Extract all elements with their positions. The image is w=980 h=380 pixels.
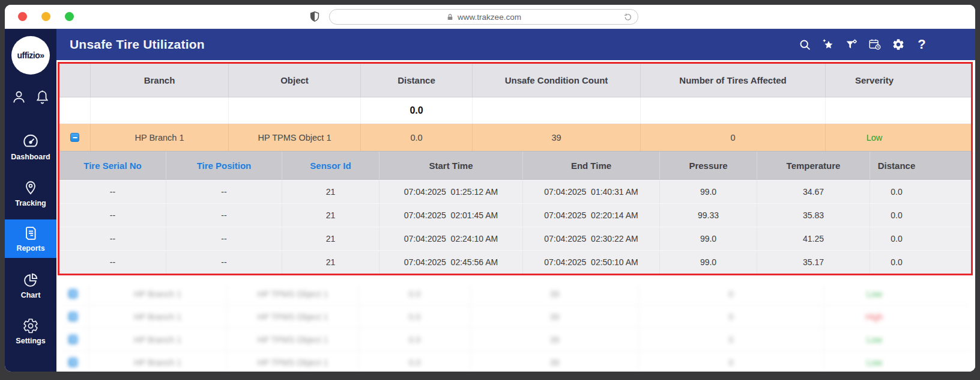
sidebar-item-label: Chart: [21, 291, 41, 299]
table-row: HP Branch 1 HP TPMS Object 1 0.0 39 0 Hi…: [58, 305, 973, 328]
column-header-severity[interactable]: Serverity: [826, 64, 971, 97]
favorites-star-icon[interactable]: [821, 38, 835, 51]
summary-distance: 0.0: [361, 97, 473, 123]
group-tires-affected: 0: [641, 124, 826, 151]
group-unsafe-count: 39: [473, 124, 641, 151]
column-header-unsafe-count[interactable]: Unsafe Condition Count: [473, 64, 641, 97]
unsafe-tire-report-table: Branch Object Distance Unsafe Condition …: [58, 62, 973, 275]
detail-table-header: Tire Serial No Tire Position Sensor Id S…: [59, 151, 971, 180]
detail-row: -- -- 21 07:04:2025 02:45:56 AM 07:04:20…: [59, 250, 971, 274]
column-header-start-time[interactable]: Start Time: [380, 152, 523, 179]
column-header-pressure[interactable]: Pressure: [660, 152, 757, 179]
column-header-detail-distance[interactable]: Distance: [870, 152, 971, 179]
close-button[interactable]: [18, 12, 27, 21]
sidebar-item-settings[interactable]: Settings: [5, 312, 56, 351]
search-icon[interactable]: [798, 38, 811, 51]
column-header-distance[interactable]: Distance: [361, 64, 473, 97]
group-severity: Low: [826, 124, 971, 151]
sidebar-item-dashboard[interactable]: Dashboard: [5, 127, 56, 167]
table-row: HP Branch 1 HP TPMS Object 1 0.0 39 0 Lo…: [58, 283, 973, 305]
summary-row: 0.0: [59, 97, 971, 124]
app-logo[interactable]: uffizio»: [11, 36, 50, 75]
column-header-tire-position[interactable]: Tire Position: [166, 152, 282, 179]
sidebar: uffizio»: [5, 29, 56, 372]
expand-column-header: [59, 64, 91, 97]
sidebar-item-label: Reports: [16, 244, 44, 253]
sidebar-item-label: Settings: [16, 337, 45, 345]
report-content: Branch Object Distance Unsafe Condition …: [56, 60, 975, 372]
address-bar[interactable]: www.trakzee.com: [329, 9, 638, 25]
column-header-branch[interactable]: Branch: [91, 64, 229, 97]
collapse-row-button[interactable]: [70, 133, 79, 142]
column-header-tires-affected[interactable]: Number of Tires Affected: [641, 64, 826, 97]
filter-settings-icon[interactable]: [845, 38, 858, 51]
detail-row: -- -- 21 07:04:2025 02:01:45 AM 07:04:20…: [59, 203, 971, 227]
sidebar-item-chart[interactable]: Chart: [5, 266, 56, 305]
sidebar-item-label: Tracking: [15, 199, 46, 207]
page-topbar: Unsafe Tire Utilization: [56, 29, 975, 60]
user-icon[interactable]: [11, 89, 27, 105]
expand-row-button[interactable]: [68, 335, 77, 344]
chart-pie-icon: [22, 272, 39, 289]
sidebar-item-tracking[interactable]: Tracking: [5, 174, 56, 213]
page-title: Unsafe Tire Utilization: [70, 37, 205, 52]
reports-document-icon: [22, 225, 39, 242]
report-table-header: Branch Object Distance Unsafe Condition …: [59, 64, 971, 97]
dashboard-gauge-icon: [22, 132, 40, 150]
group-object: HP TPMS Object 1: [229, 124, 361, 151]
expand-row-button[interactable]: [68, 312, 77, 321]
zoom-button[interactable]: [65, 12, 74, 21]
column-header-tire-serial[interactable]: Tire Serial No: [59, 152, 166, 179]
privacy-shield-icon[interactable]: [308, 10, 321, 24]
settings-gear-icon[interactable]: [892, 38, 905, 51]
url-text: www.trakzee.com: [458, 13, 521, 22]
expand-row-button[interactable]: [68, 358, 77, 367]
browser-chrome: www.trakzee.com: [5, 5, 975, 29]
table-row: HP Branch 1 HP TPMS Object 1 0.0 39 0 Lo…: [58, 351, 973, 372]
sidebar-item-reports[interactable]: Reports: [5, 219, 56, 258]
expanded-group-row: HP Branch 1 HP TPMS Object 1 0.0 39 0 Lo…: [59, 124, 971, 151]
detail-row: -- -- 21 07:04:2025 01:25:12 AM 07:04:20…: [59, 180, 971, 203]
expand-row-button[interactable]: [68, 289, 77, 298]
column-header-end-time[interactable]: End Time: [523, 152, 660, 179]
lock-icon: [446, 13, 454, 21]
sidebar-item-label: Dashboard: [11, 153, 50, 161]
group-branch: HP Branch 1: [91, 124, 229, 151]
minimize-button[interactable]: [41, 12, 50, 21]
tracking-pin-icon: [22, 180, 39, 197]
notifications-bell-icon[interactable]: [34, 89, 50, 105]
group-distance: 0.0: [361, 124, 473, 151]
column-header-sensor-id[interactable]: Sensor Id: [282, 152, 380, 179]
column-header-object[interactable]: Object: [229, 64, 361, 97]
blurred-rows-region: HP Branch 1 HP TPMS Object 1 0.0 39 0 Lo…: [58, 283, 973, 372]
help-icon[interactable]: ?: [915, 38, 928, 51]
table-row: HP Branch 1 HP TPMS Object 1 0.0 39 0 Lo…: [58, 328, 973, 351]
schedule-calendar-icon[interactable]: [868, 38, 882, 51]
settings-gear-icon: [22, 317, 39, 334]
browser-window: www.trakzee.com uffizio»: [5, 5, 975, 372]
window-frame: www.trakzee.com uffizio»: [0, 0, 980, 380]
logo-text: uffizio»: [17, 51, 44, 60]
column-header-temperature[interactable]: Temperature: [757, 152, 870, 179]
reload-icon[interactable]: [623, 12, 633, 22]
detail-row: -- -- 21 07:04:2025 02:24:10 AM 07:04:20…: [59, 227, 971, 250]
